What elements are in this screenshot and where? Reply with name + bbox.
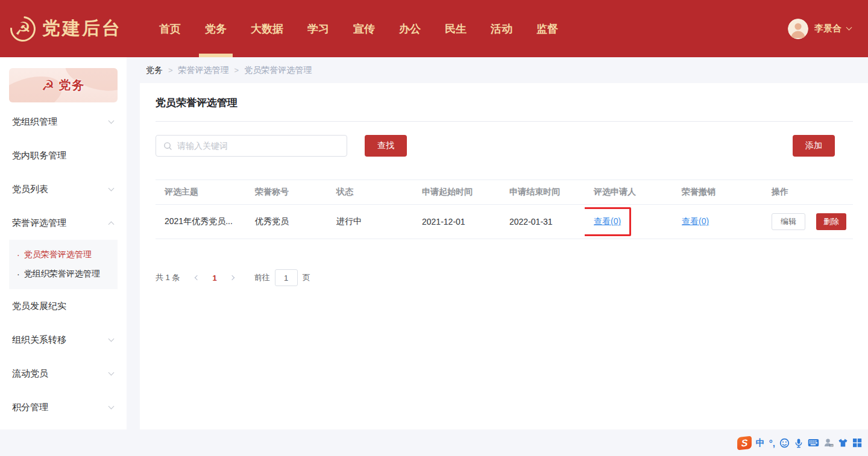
cell-actions: 编辑 删除: [763, 205, 853, 239]
cell-end-time: 2022-01-31: [500, 205, 585, 239]
chevron-up-icon: [108, 221, 115, 227]
nav-item-big-data[interactable]: 大数据: [239, 0, 295, 57]
search-icon: [163, 142, 172, 151]
sidebar-item-org-management[interactable]: 党组织管理: [0, 105, 127, 139]
search-input[interactable]: [177, 141, 339, 151]
party-emblem-icon: ☭: [10, 16, 36, 42]
chevron-down-icon: [108, 403, 115, 409]
col-header-revoke: 荣誉撤销: [673, 180, 763, 205]
goto-page-input[interactable]: [275, 269, 298, 286]
sidebar-item-member-list[interactable]: 党员列表: [0, 172, 127, 206]
prev-page-button[interactable]: [188, 276, 206, 280]
sogou-account-icon[interactable]: 18: [823, 438, 834, 448]
nav-item-publicity[interactable]: 宣传: [341, 0, 387, 57]
pagination: 共 1 条 1 前往 页: [156, 269, 853, 286]
content-card: 党员荣誉评选管理 查找 添加: [140, 83, 868, 429]
breadcrumb-item-current: 党员荣誉评选管理: [244, 65, 312, 76]
sidebar-banner: ☭ 党务: [9, 68, 118, 102]
chevron-down-icon: [108, 117, 115, 123]
chevron-down-icon: [108, 336, 115, 342]
breadcrumb-separator: >: [168, 66, 173, 75]
edit-button[interactable]: 编辑: [772, 213, 805, 230]
toolbox-icon[interactable]: [852, 438, 862, 448]
nav-item-party-affairs[interactable]: 党务: [193, 0, 239, 57]
goto-page-label: 前往: [254, 272, 270, 283]
search-box: [156, 135, 347, 157]
view-revoke-link[interactable]: 查看(0): [682, 216, 709, 226]
col-header-status: 状态: [327, 180, 413, 205]
breadcrumb-item[interactable]: 党务: [146, 65, 163, 76]
nav-item-activities[interactable]: 活动: [479, 0, 524, 57]
sidebar-subitem-org-honor[interactable]: · 党组织荣誉评选管理: [9, 264, 118, 284]
user-name: 李景合: [814, 23, 841, 34]
nav-item-livelihood[interactable]: 民生: [433, 0, 479, 57]
nav-item-study[interactable]: 学习: [295, 0, 341, 57]
nav-item-home[interactable]: 首页: [147, 0, 193, 57]
next-page-button[interactable]: [223, 276, 241, 280]
toolbar: 查找 添加: [156, 135, 853, 157]
cell-revoke: 查看(0): [673, 205, 763, 239]
search-button[interactable]: 查找: [365, 135, 407, 157]
sidebar-item-member-development[interactable]: 党员发展纪实: [0, 289, 127, 323]
chinese-mode-icon[interactable]: 中: [756, 437, 765, 449]
main-area: 党务 > 荣誉评选管理 > 党员荣誉评选管理 党员荣誉评选管理: [140, 57, 868, 429]
col-header-end-time: 申请结束时间: [500, 180, 585, 205]
sidebar-item-relation-transfer[interactable]: 组织关系转移: [0, 323, 127, 357]
honor-selection-submenu: · 党员荣誉评选管理 · 党组织荣誉评选管理: [9, 240, 118, 289]
sidebar-subitem-member-honor[interactable]: · 党员荣誉评选管理: [9, 245, 118, 264]
breadcrumb-item[interactable]: 荣誉评选管理: [178, 65, 229, 76]
chevron-right-icon: [229, 275, 234, 280]
breadcrumb-separator: >: [234, 66, 239, 75]
sidebar: ☭ 党务 党组织管理 党内职务管理 党员列表 荣誉评选管理: [0, 57, 127, 429]
sidebar-item-party-positions[interactable]: 党内职务管理: [0, 139, 127, 172]
top-header: ☭ 党建后台 首页 党务 大数据 学习 宣传 办公 民生 活动 监督 李景合: [0, 0, 868, 57]
app-logo: ☭ 党建后台: [10, 16, 122, 42]
sogou-logo-icon[interactable]: S: [737, 436, 752, 450]
party-emblem-icon: ☭: [42, 77, 55, 94]
pagination-total: 共 1 条: [156, 272, 180, 283]
chevron-left-icon: [195, 275, 200, 280]
sidebar-banner-label: 党务: [58, 77, 85, 93]
delete-button[interactable]: 删除: [816, 213, 846, 230]
app-window: ☭ 党建后台 首页 党务 大数据 学习 宣传 办公 民生 活动 监督 李景合: [0, 0, 868, 456]
table-row: 2021年优秀党员... 优秀党员 进行中 2021-12-01 2022-01…: [156, 205, 853, 239]
chevron-down-icon: [108, 369, 115, 375]
ime-toolbar: S 中 °, 18: [737, 429, 864, 456]
col-header-actions: 操作: [763, 180, 853, 205]
col-header-start-time: 申请起始时间: [413, 180, 500, 205]
cell-topic: 2021年优秀党员...: [156, 205, 246, 239]
user-menu[interactable]: 李景合: [788, 19, 851, 39]
account-badge: 18: [830, 444, 833, 447]
cell-start-time: 2021-12-01: [413, 205, 500, 239]
page-unit-label: 页: [303, 272, 310, 283]
col-header-applicants: 评选申请人: [585, 180, 673, 205]
breadcrumb: 党务 > 荣誉评选管理 > 党员荣誉评选管理: [140, 57, 868, 83]
emoji-icon[interactable]: [779, 438, 790, 448]
cell-status: 进行中: [327, 205, 413, 239]
soft-keyboard-icon[interactable]: [808, 439, 819, 447]
page-title: 党员荣誉评选管理: [156, 96, 853, 110]
sidebar-menu: 党组织管理 党内职务管理 党员列表 荣誉评选管理 · 党员荣: [0, 105, 127, 424]
sidebar-item-mobile-members[interactable]: 流动党员: [0, 357, 127, 390]
current-page-number[interactable]: 1: [212, 273, 216, 283]
punctuation-icon[interactable]: °,: [769, 438, 775, 448]
view-applicants-link[interactable]: 查看(0): [594, 216, 621, 226]
chevron-down-icon: [846, 25, 852, 31]
top-nav: 首页 党务 大数据 学习 宣传 办公 民生 活动 监督: [147, 0, 570, 57]
app-logo-text: 党建后台: [42, 16, 122, 41]
voice-input-icon[interactable]: [794, 438, 804, 448]
nav-item-office[interactable]: 办公: [387, 0, 433, 57]
page-title-row: 党员荣誉评选管理: [156, 83, 853, 122]
sidebar-item-honor-selection[interactable]: 荣誉评选管理: [0, 206, 127, 240]
add-button[interactable]: 添加: [793, 135, 835, 157]
cell-applicants: 查看(0): [585, 205, 673, 239]
chevron-down-icon: [108, 185, 115, 191]
honor-selection-table: 评选主题 荣誉称号 状态 申请起始时间 申请结束时间 评选申请人 荣誉撤销 操作: [156, 180, 853, 239]
cell-honor-title: 优秀党员: [246, 205, 327, 239]
col-header-honor-title: 荣誉称号: [246, 180, 327, 205]
sidebar-item-points-management[interactable]: 积分管理: [0, 390, 127, 424]
table-header-row: 评选主题 荣誉称号 状态 申请起始时间 申请结束时间 评选申请人 荣誉撤销 操作: [156, 180, 853, 205]
col-header-topic: 评选主题: [156, 180, 246, 205]
skin-icon[interactable]: [838, 438, 848, 448]
nav-item-supervision[interactable]: 监督: [524, 0, 570, 57]
